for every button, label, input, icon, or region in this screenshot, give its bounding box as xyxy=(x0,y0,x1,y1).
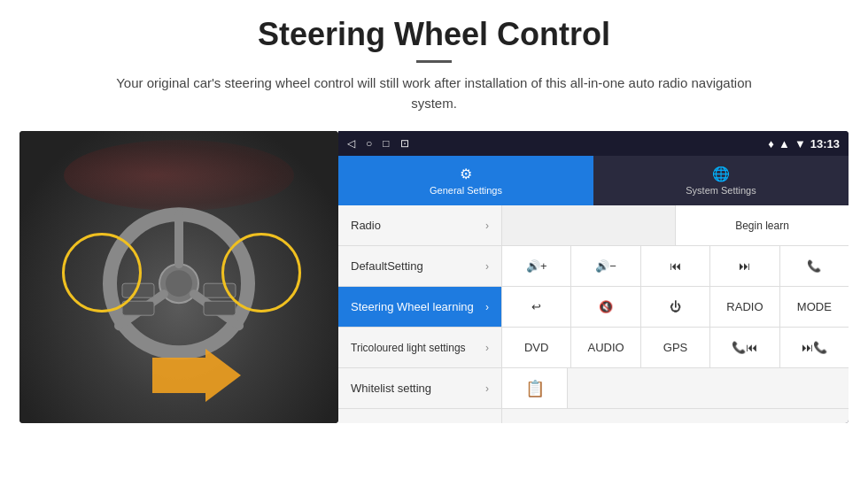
content-section: ◁ ○ □ ⊡ ♦ ▲ ▼ 13:13 ⚙ General Settings xyxy=(0,122,868,486)
call-button[interactable]: 📞 xyxy=(780,246,849,286)
car-image-area xyxy=(19,131,338,423)
left-menu: Radio › DefaultSetting › Steering Wheel … xyxy=(338,205,502,423)
dashboard-hint xyxy=(64,140,294,211)
vol-down-button[interactable]: 🔊− xyxy=(571,246,640,286)
chevron-icon: › xyxy=(485,301,489,313)
location-icon: ♦ xyxy=(768,137,774,150)
nav-buttons: ◁ ○ □ ⊡ xyxy=(347,137,409,150)
control-row-1: Begin learn xyxy=(502,205,849,246)
header-section: Steering Wheel Control Your original car… xyxy=(0,0,868,122)
panel-body: Radio › DefaultSetting › Steering Wheel … xyxy=(338,205,849,423)
dvd-button[interactable]: DVD xyxy=(502,328,571,367)
begin-learn-button[interactable]: Begin learn xyxy=(676,205,849,245)
arrow-indicator xyxy=(152,349,241,405)
vol-up-button[interactable]: 🔊+ xyxy=(502,246,571,286)
call-icon: 📞 xyxy=(807,259,821,273)
menu-item-steering[interactable]: Steering Wheel learning › xyxy=(338,287,501,328)
svg-point-5 xyxy=(166,270,192,297)
call-prev-icon: 📞⏮ xyxy=(732,341,757,354)
mode-button[interactable]: MODE xyxy=(780,287,849,327)
tab-general[interactable]: ⚙ General Settings xyxy=(338,156,593,205)
list-icon-button[interactable]: 📋 xyxy=(502,368,568,408)
chevron-icon: › xyxy=(485,382,489,395)
audio-button[interactable]: AUDIO xyxy=(571,328,640,367)
ui-panel: ◁ ○ □ ⊡ ♦ ▲ ▼ 13:13 ⚙ General Settings xyxy=(338,131,849,423)
general-settings-icon: ⚙ xyxy=(460,166,472,182)
chevron-icon: › xyxy=(485,220,489,232)
clock: 13:13 xyxy=(810,137,840,150)
hangup-button[interactable]: ↩ xyxy=(502,287,571,327)
nav-back[interactable]: ◁ xyxy=(347,137,355,150)
call-next-button[interactable]: ⏭📞 xyxy=(780,328,849,367)
page-title: Steering Wheel Control xyxy=(18,16,850,53)
wifi-icon: ▼ xyxy=(794,137,806,150)
next-icon: ⏭ xyxy=(739,259,750,273)
menu-item-whitelist[interactable]: Whitelist setting › xyxy=(338,368,501,409)
control-row-4: DVD AUDIO GPS 📞⏮ ⏭📞 xyxy=(502,328,849,368)
highlight-circle-right xyxy=(221,233,301,312)
menu-item-tricoloured[interactable]: Tricoloured light settings › xyxy=(338,328,501,368)
mute-icon: 🔇 xyxy=(599,300,613,313)
menu-item-radio[interactable]: Radio › xyxy=(338,205,501,246)
tab-bar: ⚙ General Settings 🌐 System Settings xyxy=(338,156,849,205)
prev-button[interactable]: ⏮ xyxy=(641,246,710,286)
empty-cell xyxy=(502,205,676,245)
nav-recent[interactable]: □ xyxy=(383,137,389,150)
tab-system-label: System Settings xyxy=(686,185,756,196)
radio-button[interactable]: RADIO xyxy=(710,287,779,327)
chevron-icon: › xyxy=(485,260,489,273)
system-settings-icon: 🌐 xyxy=(712,166,730,182)
tab-system[interactable]: 🌐 System Settings xyxy=(593,156,849,205)
signal-icon: ▲ xyxy=(779,137,790,150)
next-button[interactable]: ⏭ xyxy=(710,246,779,286)
vol-up-icon: 🔊+ xyxy=(526,259,547,273)
power-icon: ⏻ xyxy=(670,300,681,313)
gps-button[interactable]: GPS xyxy=(641,328,710,367)
nav-screen[interactable]: ⊡ xyxy=(400,137,409,150)
control-row-5: 📋 xyxy=(502,368,849,409)
menu-item-default[interactable]: DefaultSetting › xyxy=(338,246,501,287)
call-next-icon: ⏭📞 xyxy=(802,341,827,354)
hangup-icon: ↩ xyxy=(531,300,541,313)
svg-marker-10 xyxy=(152,349,241,402)
nav-home[interactable]: ○ xyxy=(366,137,372,150)
subtitle-text: Your original car's steering wheel contr… xyxy=(97,73,771,113)
tab-general-label: General Settings xyxy=(430,185,502,196)
chevron-icon: › xyxy=(485,342,489,354)
mute-button[interactable]: 🔇 xyxy=(571,287,640,327)
svg-rect-9 xyxy=(204,301,236,315)
call-prev-button[interactable]: 📞⏮ xyxy=(710,328,779,367)
power-button[interactable]: ⏻ xyxy=(641,287,710,327)
status-indicators: ♦ ▲ ▼ 13:13 xyxy=(768,137,840,150)
status-bar: ◁ ○ □ ⊡ ♦ ▲ ▼ 13:13 xyxy=(338,131,849,156)
highlight-circle-left xyxy=(62,233,142,312)
prev-icon: ⏮ xyxy=(670,259,681,273)
vol-down-icon: 🔊− xyxy=(595,259,616,273)
control-row-2: 🔊+ 🔊− ⏮ ⏭ 📞 xyxy=(502,246,849,287)
title-divider xyxy=(416,60,452,63)
list-icon: 📋 xyxy=(525,379,545,398)
right-controls: Begin learn 🔊+ 🔊− ⏮ xyxy=(502,205,849,423)
control-row-3: ↩ 🔇 ⏻ RADIO MODE xyxy=(502,287,849,328)
